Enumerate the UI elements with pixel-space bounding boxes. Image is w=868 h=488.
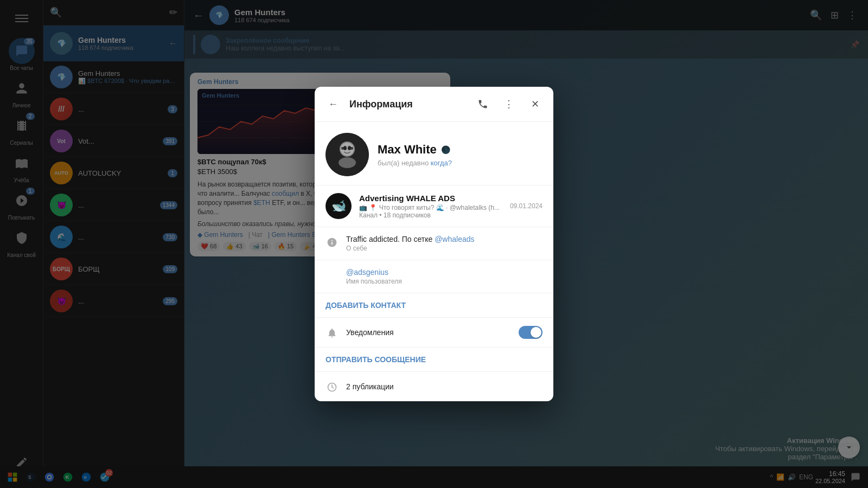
modal-overlay: ← Информация ⋮ ✕ (0, 0, 868, 488)
dialog-phone-button[interactable] (473, 94, 493, 114)
notifications-label: Уведомления (346, 328, 511, 337)
avatar-svg (326, 133, 369, 176)
publications-icon (326, 381, 339, 394)
toggle-knob (531, 327, 541, 338)
bell-icon (326, 326, 339, 339)
channel-card-avatar: 🐋 (326, 193, 352, 219)
bio-content: Traffic addicted. По сетке @whaleads О с… (346, 235, 542, 252)
bio-text-plain: Traffic addicted. По сетке (346, 235, 435, 243)
send-message-button[interactable]: ОТПРАВИТЬ СООБЩЕНИЕ (326, 355, 542, 364)
bio-text: Traffic addicted. По сетке @whaleads (346, 235, 542, 243)
notifications-row: Уведомления (315, 318, 553, 348)
profile-section: Max White 🌑 был(а) недавно когда? (315, 122, 553, 185)
username-text: @adsgenius (346, 268, 388, 277)
publications-row: 2 публикации (315, 372, 553, 401)
send-message-section: ОТПРАВИТЬ СООБЩЕНИЕ (315, 348, 553, 372)
publications-label: 2 публикации (346, 382, 394, 391)
info-circle-icon (326, 236, 339, 249)
username-content: @adsgenius Имя пользователя (346, 268, 542, 285)
username-row: @adsgenius Имя пользователя (315, 260, 553, 293)
bio-label: О себе (346, 245, 542, 252)
profile-name-area: Max White 🌑 был(а) недавно когда? (378, 143, 542, 167)
notifications-toggle[interactable] (519, 326, 542, 339)
channel-card-desc: 📺 📍 Что говорят киты? 🌊 · @whaletalks (h… (359, 204, 500, 211)
channel-card-date: 09.01.2024 (510, 202, 542, 210)
channel-card-info: Advertising WHALE ADS 📺 📍 Что говорят ки… (359, 194, 502, 219)
bio-link[interactable]: @whaleads (435, 235, 474, 243)
channel-card-subs: Канал • 18 подписчиков (359, 211, 502, 219)
avatar-art (326, 133, 369, 176)
info-dialog: ← Информация ⋮ ✕ (315, 87, 553, 401)
profile-status-when: когда? (431, 159, 452, 167)
add-contact-button[interactable]: ДОБАВИТЬ КОНТАКТ (326, 301, 542, 310)
svg-rect-15 (348, 147, 353, 150)
profile-status: был(а) недавно когда? (378, 159, 542, 167)
svg-rect-14 (341, 147, 347, 150)
channel-card[interactable]: 🐋 Advertising WHALE ADS 📺 📍 Что говорят … (315, 185, 553, 227)
dialog-title: Информация (349, 99, 467, 110)
profile-moon-icon: 🌑 (441, 145, 450, 154)
dialog-more-button[interactable]: ⋮ (499, 94, 519, 114)
channel-card-name: Advertising WHALE ADS (359, 194, 502, 203)
dialog-close-button[interactable]: ✕ (525, 94, 545, 114)
bio-row: Traffic addicted. По сетке @whaleads О с… (315, 227, 553, 260)
profile-avatar (326, 133, 369, 176)
dialog-header: ← Информация ⋮ ✕ (315, 87, 553, 122)
profile-name-text: Max White (378, 143, 437, 157)
profile-status-text: был(а) недавно (378, 159, 429, 167)
svg-point-10 (339, 157, 356, 168)
add-contact-section: ДОБАВИТЬ КОНТАКТ (315, 293, 553, 318)
username-label: Имя пользователя (346, 278, 542, 285)
profile-name: Max White 🌑 (378, 143, 542, 157)
username-value: @adsgenius (346, 268, 542, 277)
username-spacer (326, 269, 339, 282)
dialog-back-button[interactable]: ← (323, 94, 343, 114)
